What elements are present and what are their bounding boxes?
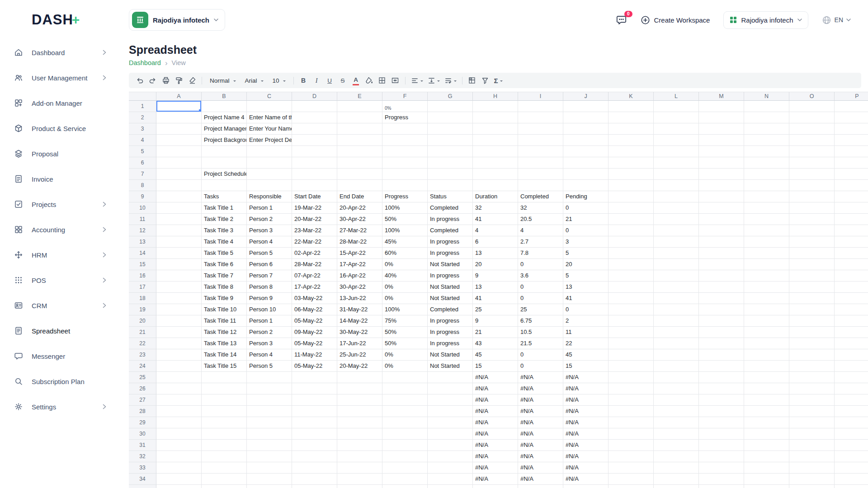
cell-F19[interactable]: 100% <box>382 304 428 315</box>
cell-B28[interactable] <box>202 406 247 417</box>
cell-G29[interactable] <box>428 417 473 428</box>
cell-B11[interactable]: Task Title 2 <box>202 214 247 225</box>
cell-A24[interactable] <box>156 361 202 372</box>
cell-D7[interactable] <box>292 169 337 180</box>
cell-J14[interactable]: 5 <box>563 248 609 259</box>
sidebar-item-invoice[interactable]: Invoice <box>0 166 119 192</box>
cell-B27[interactable] <box>202 394 247 406</box>
cell-J4[interactable] <box>563 135 609 146</box>
cell-A15[interactable] <box>156 259 202 270</box>
cell-K18[interactable] <box>609 293 654 304</box>
cell-N28[interactable] <box>744 406 789 417</box>
cell-N10[interactable] <box>744 202 789 214</box>
cell-H20[interactable]: 9 <box>473 315 518 327</box>
cell-C33[interactable] <box>247 462 292 474</box>
cell-D5[interactable] <box>292 146 337 157</box>
cell-D34[interactable] <box>292 474 337 485</box>
sidebar-item-user-management[interactable]: User Management <box>0 65 119 90</box>
cell-A2[interactable] <box>156 112 202 123</box>
row-header-33[interactable]: 33 <box>129 462 156 474</box>
cell-M17[interactable] <box>699 282 744 293</box>
cell-O26[interactable] <box>789 383 835 394</box>
cell-A12[interactable] <box>156 225 202 236</box>
cell-K23[interactable] <box>609 349 654 361</box>
cell-M8[interactable] <box>699 180 744 191</box>
cell-D26[interactable] <box>292 383 337 394</box>
cell-P33[interactable] <box>835 462 868 474</box>
row-header-18[interactable]: 18 <box>129 293 156 304</box>
cell-C11[interactable]: Person 2 <box>247 214 292 225</box>
cell-D35[interactable] <box>292 485 337 488</box>
cell-M32[interactable] <box>699 451 744 462</box>
cell-D30[interactable] <box>292 428 337 440</box>
cell-N16[interactable] <box>744 270 789 282</box>
cell-G32[interactable] <box>428 451 473 462</box>
cell-A18[interactable] <box>156 293 202 304</box>
cell-K3[interactable] <box>609 123 654 135</box>
cell-M15[interactable] <box>699 259 744 270</box>
cell-E20[interactable]: 14-May-22 <box>337 315 382 327</box>
cell-O25[interactable] <box>789 372 835 383</box>
cell-K7[interactable] <box>609 169 654 180</box>
cell-D24[interactable]: 05-May-22 <box>292 361 337 372</box>
cell-I4[interactable] <box>518 135 563 146</box>
cell-A33[interactable] <box>156 462 202 474</box>
cell-N3[interactable] <box>744 123 789 135</box>
cell-C30[interactable] <box>247 428 292 440</box>
cell-B5[interactable] <box>202 146 247 157</box>
cell-A31[interactable] <box>156 440 202 451</box>
cell-I24[interactable]: 0 <box>518 361 563 372</box>
cell-I8[interactable] <box>518 180 563 191</box>
cell-A19[interactable] <box>156 304 202 315</box>
cell-E25[interactable] <box>337 372 382 383</box>
row-header-27[interactable]: 27 <box>129 394 156 406</box>
cell-B22[interactable]: Task Title 13 <box>202 338 247 349</box>
cell-N4[interactable] <box>744 135 789 146</box>
cell-O31[interactable] <box>789 440 835 451</box>
cell-M3[interactable] <box>699 123 744 135</box>
cell-D10[interactable]: 19-Mar-22 <box>292 202 337 214</box>
column-header-J[interactable]: J <box>563 92 609 101</box>
cell-I27[interactable]: #N/A <box>518 394 563 406</box>
column-header-K[interactable]: K <box>609 92 654 101</box>
cell-C18[interactable]: Person 9 <box>247 293 292 304</box>
cell-C4[interactable]: Enter Project Description <box>247 135 292 146</box>
cell-N15[interactable] <box>744 259 789 270</box>
cell-B20[interactable]: Task Title 11 <box>202 315 247 327</box>
cell-K21[interactable] <box>609 327 654 338</box>
cell-O33[interactable] <box>789 462 835 474</box>
cell-J21[interactable]: 11 <box>563 327 609 338</box>
cell-P28[interactable] <box>835 406 868 417</box>
cell-P21[interactable] <box>835 327 868 338</box>
cell-K14[interactable] <box>609 248 654 259</box>
cell-I16[interactable]: 3.6 <box>518 270 563 282</box>
cell-H1[interactable] <box>473 101 518 112</box>
cell-N21[interactable] <box>744 327 789 338</box>
cell-J30[interactable]: #N/A <box>563 428 609 440</box>
cell-K32[interactable] <box>609 451 654 462</box>
cell-A34[interactable] <box>156 474 202 485</box>
cell-N30[interactable] <box>744 428 789 440</box>
cell-C21[interactable]: Person 2 <box>247 327 292 338</box>
cell-I29[interactable]: #N/A <box>518 417 563 428</box>
cell-O28[interactable] <box>789 406 835 417</box>
cell-C15[interactable]: Person 6 <box>247 259 292 270</box>
cell-J24[interactable]: 15 <box>563 361 609 372</box>
row-header-34[interactable]: 34 <box>129 474 156 485</box>
cell-I9[interactable]: Completed <box>518 191 563 202</box>
cell-A28[interactable] <box>156 406 202 417</box>
sidebar-item-add-on-manager[interactable]: Add-on Manager <box>0 90 119 116</box>
column-header-B[interactable]: B <box>202 92 247 101</box>
cell-K16[interactable] <box>609 270 654 282</box>
cell-G24[interactable]: Not Started <box>428 361 473 372</box>
cell-L6[interactable] <box>654 157 699 169</box>
cell-G16[interactable]: In progress <box>428 270 473 282</box>
cell-B1[interactable] <box>202 101 247 112</box>
cell-G1[interactable] <box>428 101 473 112</box>
sidebar-item-settings[interactable]: Settings <box>0 394 119 419</box>
cell-L21[interactable] <box>654 327 699 338</box>
row-header-5[interactable]: 5 <box>129 146 156 157</box>
cell-G25[interactable] <box>428 372 473 383</box>
cell-I11[interactable]: 20.5 <box>518 214 563 225</box>
cell-K12[interactable] <box>609 225 654 236</box>
